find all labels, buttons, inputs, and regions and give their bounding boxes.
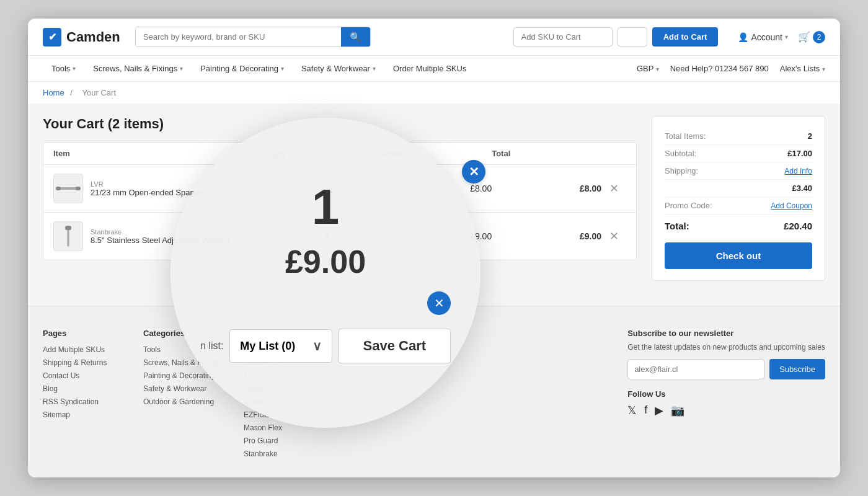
logo-text: Camden (66, 29, 120, 45)
list-select-dropdown[interactable]: My List (0) ∨ (229, 329, 332, 363)
breadcrumb-separator: / (70, 88, 73, 97)
shipping-cost: £3.40 (792, 184, 812, 193)
account-chevron-icon: ▾ (785, 33, 788, 40)
account-area: 👤 Account ▾ 🛒 2 (738, 31, 825, 43)
youtube-icon[interactable]: ▶ (655, 404, 663, 417)
cart-bag-icon: 🛒 (798, 31, 810, 43)
footer-newsletter: Subscribe to our newsletter Get the late… (627, 329, 825, 463)
account-label: Account (751, 32, 782, 42)
footer-link-rss[interactable]: RSS Syndication (43, 397, 123, 406)
qty-input[interactable]: 1 (618, 27, 647, 46)
overlay-close-button[interactable]: ✕ (427, 291, 451, 315)
total-items-value: 2 (808, 131, 812, 141)
nav-painting-chevron: ▾ (281, 65, 284, 72)
save-cart-button[interactable]: Save Cart (339, 329, 451, 363)
twitter-icon[interactable]: 𝕏 (627, 404, 637, 417)
subscribe-button[interactable]: Subscribe (769, 359, 825, 379)
cart-count-badge: 2 (813, 31, 825, 43)
footer-link-blog[interactable]: Blog (43, 384, 123, 393)
summary-grand-total: Total: £20.40 (665, 215, 812, 234)
col-remove (601, 149, 626, 158)
footer-link-contact[interactable]: Contact Us (43, 371, 123, 380)
item-image-1 (53, 174, 83, 203)
total-label: Total: (665, 221, 689, 231)
subtotal-label: Subtotal: (665, 149, 696, 158)
sku-input[interactable] (513, 27, 613, 46)
footer-pages: Pages Add Multiple SKUs Shipping & Retur… (43, 329, 123, 463)
save-cart-row: n list: My List (0) ∨ Save Cart (200, 329, 451, 363)
add-coupon-link[interactable]: Add Coupon (771, 202, 812, 210)
nav-bar: Tools ▾ Screws, Nails & Fixings ▾ Painti… (28, 56, 840, 82)
currency-selector[interactable]: GBP ▾ (637, 64, 659, 73)
summary-total-items: Total Items: 2 (665, 128, 812, 145)
add-to-cart-button[interactable]: Add to Cart (652, 27, 719, 46)
item-total-1: £8.00 (492, 184, 601, 193)
shipping-label: Shipping: (665, 166, 698, 175)
list-select-chevron: ∨ (312, 339, 322, 353)
nav-safety-chevron: ▾ (373, 65, 376, 72)
promo-label: Promo Code: (665, 201, 712, 210)
search-button[interactable]: 🔍 (341, 27, 370, 46)
total-value: £20.40 (784, 221, 812, 231)
breadcrumb-home[interactable]: Home (43, 88, 64, 97)
svg-rect-4 (65, 226, 71, 230)
remove-item-1[interactable]: ✕ (601, 182, 626, 195)
overlay-x-badge[interactable]: ✕ (462, 160, 485, 184)
help-phone: Need Help? 01234 567 890 (670, 64, 769, 73)
newsletter-subtext: Get the latest updates on new products a… (627, 343, 825, 352)
breadcrumb: Home / Your Cart (28, 82, 840, 104)
footer-link-sitemap[interactable]: Sitemap (43, 410, 123, 419)
footer-link-add-skus[interactable]: Add Multiple SKUs (43, 345, 123, 354)
summary-shipping: Shipping: Add Info (665, 162, 812, 180)
follow-us-label: Follow Us (627, 389, 825, 399)
header: ✔ Camden 🔍 1 Add to Cart 👤 Account ▾ 🛒 2 (28, 19, 840, 56)
search-bar: 🔍 (135, 27, 371, 47)
footer-brand-proguard[interactable]: Pro Guard (244, 436, 324, 445)
summary-promo: Promo Code: Add Coupon (665, 197, 812, 215)
svg-rect-2 (76, 187, 81, 190)
checkout-button[interactable]: Check out (665, 242, 812, 269)
add-info-link[interactable]: Add Info (784, 167, 812, 175)
overlay-price: £9.00 (285, 243, 366, 280)
total-items-label: Total Items: (665, 131, 706, 141)
nav-screws[interactable]: Screws, Nails & Fixings ▾ (84, 56, 192, 82)
nav-order-multiple[interactable]: Order Multiple SKUs (384, 56, 475, 82)
nav-tools[interactable]: Tools ▾ (43, 56, 84, 82)
summary-subtotal: Subtotal: £17.00 (665, 145, 812, 162)
alexs-lists[interactable]: Alex's Lists ▾ (780, 64, 825, 73)
save-cart-overlay: 1 £9.00 ✕ n list: My List (0) ∨ Save Car… (170, 118, 480, 428)
footer-cat-outdoor[interactable]: Outdoor & Gardening (143, 397, 224, 406)
account-link[interactable]: 👤 Account ▾ (738, 32, 788, 42)
sku-area: 1 Add to Cart (513, 27, 719, 46)
nav-left: Tools ▾ Screws, Nails & Fixings ▾ Painti… (43, 56, 637, 82)
logo-icon: ✔ (43, 28, 61, 46)
col-total: Total (492, 149, 601, 158)
search-input[interactable] (136, 27, 341, 46)
person-icon: 👤 (738, 32, 748, 42)
newsletter-heading: Subscribe to our newsletter (627, 329, 825, 338)
cart-icon[interactable]: 🛒 2 (798, 31, 825, 43)
subtotal-value: £17.00 (787, 149, 812, 158)
breadcrumb-current: Your Cart (82, 88, 116, 97)
newsletter-email-input[interactable] (627, 359, 764, 379)
nav-tools-chevron: ▾ (73, 65, 76, 72)
footer-brand-stanbrake[interactable]: Stanbrake (244, 450, 324, 458)
nav-painting[interactable]: Painting & Decorating ▾ (192, 56, 293, 82)
remove-item-2[interactable]: ✕ (601, 229, 626, 243)
summary-shipping-cost: £3.40 (665, 180, 812, 197)
logo[interactable]: ✔ Camden (43, 28, 120, 46)
overlay-qty: 1 (312, 182, 340, 232)
newsletter-row: Subscribe (627, 359, 825, 379)
summary-box: Total Items: 2 Subtotal: £17.00 Shipping… (652, 116, 825, 281)
nav-safety[interactable]: Safety & Workwear ▾ (293, 56, 384, 82)
instagram-icon[interactable]: 📷 (671, 404, 684, 417)
browser-window: ✔ Camden 🔍 1 Add to Cart 👤 Account ▾ 🛒 2 (28, 19, 840, 477)
summary-section: Total Items: 2 Subtotal: £17.00 Shipping… (652, 116, 825, 281)
nav-screws-chevron: ▾ (180, 65, 183, 72)
item-image-2 (53, 221, 83, 251)
facebook-icon[interactable]: f (644, 404, 647, 417)
currency-chevron: ▾ (656, 66, 659, 73)
lists-chevron: ▾ (822, 66, 825, 73)
list-select-value: My List (0) (240, 340, 295, 353)
footer-link-shipping[interactable]: Shipping & Returns (43, 358, 123, 367)
